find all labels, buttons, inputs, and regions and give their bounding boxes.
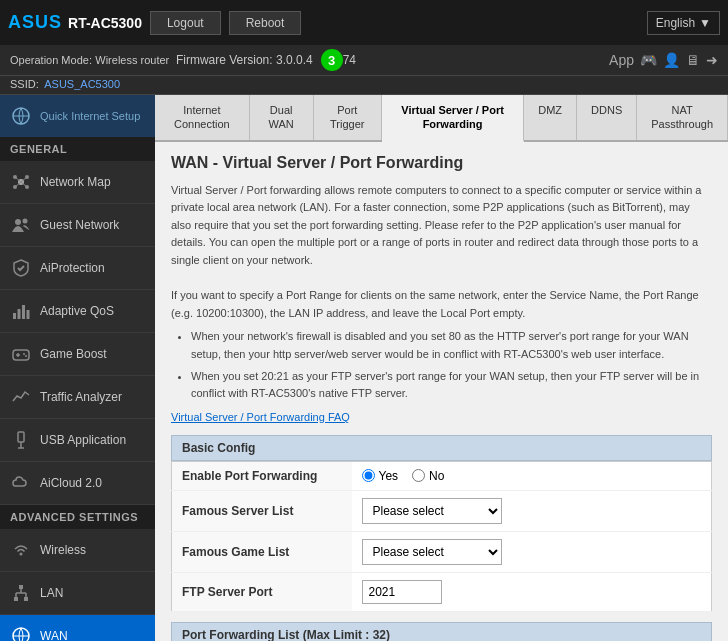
ssid-value: ASUS_AC5300	[44, 78, 120, 90]
sidebar-item-wireless[interactable]: Wireless	[0, 529, 155, 572]
svg-rect-17	[13, 350, 29, 360]
tab-dual-wan[interactable]: Dual WAN	[250, 95, 314, 140]
arrow-icon[interactable]: ➜	[706, 52, 718, 68]
network-map-icon	[10, 171, 32, 193]
logo-asus: ASUS	[8, 12, 62, 33]
page-title: WAN - Virtual Server / Port Forwarding	[171, 154, 712, 172]
sidebar-guest-network-label: Guest Network	[40, 218, 119, 232]
svg-point-25	[20, 553, 23, 556]
language-selector[interactable]: English ▼	[647, 11, 720, 35]
sidebar-wireless-label: Wireless	[40, 543, 86, 557]
game-boost-icon	[10, 343, 32, 365]
firmware-version: 3.0.0.4	[276, 53, 313, 67]
firmware-suffix: 74	[343, 53, 356, 67]
sidebar-aiprotection-label: AiProtection	[40, 261, 105, 275]
svg-point-33	[13, 628, 29, 641]
famous-server-select[interactable]: Please select	[362, 498, 502, 524]
basic-config-header: Basic Config	[171, 435, 712, 461]
svg-rect-28	[24, 597, 28, 601]
ftp-port-input[interactable]	[362, 580, 442, 604]
logo: ASUS RT-AC5300	[8, 12, 142, 33]
sidebar-quick-internet-label: Quick Internet Setup	[40, 110, 140, 122]
sidebar: Quick Internet Setup General Network Map…	[0, 95, 155, 641]
famous-server-row: Famous Server List Please select	[172, 490, 712, 531]
radio-no[interactable]	[412, 469, 425, 482]
operation-mode-value[interactable]: Wireless router	[95, 54, 169, 66]
wan-icon	[10, 625, 32, 641]
status-badge: 3	[321, 49, 343, 71]
monitor-icon[interactable]: 🖥	[686, 52, 700, 68]
radio-no-label[interactable]: No	[412, 469, 444, 483]
tab-virtual-server[interactable]: Virtual Server / Port Forwarding	[382, 95, 524, 142]
enable-port-forwarding-label: Enable Port Forwarding	[172, 461, 352, 490]
sidebar-lan-label: LAN	[40, 586, 63, 600]
logout-button[interactable]: Logout	[150, 11, 221, 35]
chevron-down-icon: ▼	[699, 16, 711, 30]
svg-point-21	[25, 355, 27, 357]
faq-link[interactable]: Virtual Server / Port Forwarding FAQ	[171, 411, 712, 423]
sidebar-adaptive-qos-label: Adaptive QoS	[40, 304, 114, 318]
tab-internet-connection[interactable]: Internet Connection	[155, 95, 250, 140]
ssid-label: SSID:	[10, 78, 39, 90]
enable-port-forwarding-radios: Yes No	[362, 469, 702, 483]
ftp-port-label: FTP Server Port	[172, 572, 352, 611]
sidebar-item-adaptive-qos[interactable]: Adaptive QoS	[0, 290, 155, 333]
adaptive-qos-icon	[10, 300, 32, 322]
gamepad-icon[interactable]: 🎮	[640, 52, 657, 68]
famous-game-select[interactable]: Please select	[362, 539, 502, 565]
sidebar-network-map-label: Network Map	[40, 175, 111, 189]
radio-yes[interactable]	[362, 469, 375, 482]
radio-yes-label[interactable]: Yes	[362, 469, 399, 483]
sidebar-general-header: General	[0, 137, 155, 161]
page-content: WAN - Virtual Server / Port Forwarding V…	[155, 142, 728, 641]
aicloud-icon	[10, 472, 32, 494]
tab-port-trigger[interactable]: Port Trigger	[314, 95, 382, 140]
sidebar-item-aiprotection[interactable]: AiProtection	[0, 247, 155, 290]
basic-config-table: Enable Port Forwarding Yes No	[171, 461, 712, 612]
famous-game-label: Famous Game List	[172, 531, 352, 572]
traffic-analyzer-icon	[10, 386, 32, 408]
reboot-button[interactable]: Reboot	[229, 11, 302, 35]
svg-rect-22	[18, 432, 24, 442]
status-bar: Operation Mode: Wireless router Firmware…	[0, 45, 728, 76]
sidebar-item-network-map[interactable]: Network Map	[0, 161, 155, 204]
svg-point-12	[23, 219, 28, 224]
svg-rect-27	[14, 597, 18, 601]
logo-model: RT-AC5300	[68, 15, 142, 31]
sidebar-item-aicloud[interactable]: AiCloud 2.0	[0, 462, 155, 505]
ssid-bar: SSID: ASUS_AC5300	[0, 76, 728, 95]
sidebar-item-quick-internet[interactable]: Quick Internet Setup	[0, 95, 155, 137]
user-icon[interactable]: 👤	[663, 52, 680, 68]
sidebar-item-game-boost[interactable]: Game Boost	[0, 333, 155, 376]
svg-rect-14	[18, 309, 21, 319]
sidebar-item-guest-network[interactable]: Guest Network	[0, 204, 155, 247]
sidebar-item-lan[interactable]: LAN	[0, 572, 155, 615]
sidebar-item-wan[interactable]: WAN	[0, 615, 155, 641]
famous-game-row: Famous Game List Please select	[172, 531, 712, 572]
usb-application-icon	[10, 429, 32, 451]
operation-mode-label: Operation Mode:	[10, 54, 92, 66]
sidebar-traffic-analyzer-label: Traffic Analyzer	[40, 390, 122, 404]
tab-nat-passthrough[interactable]: NAT Passthrough	[637, 95, 728, 140]
tabs: Internet Connection Dual WAN Port Trigge…	[155, 95, 728, 142]
famous-server-label: Famous Server List	[172, 490, 352, 531]
status-icons: App 🎮 👤 🖥 ➜	[609, 52, 718, 68]
tab-ddns[interactable]: DDNS	[577, 95, 637, 140]
sidebar-aicloud-label: AiCloud 2.0	[40, 476, 102, 490]
sidebar-wan-label: WAN	[40, 629, 68, 641]
sidebar-advanced-header: Advanced Settings	[0, 505, 155, 529]
sidebar-item-usb-application[interactable]: USB Application	[0, 419, 155, 462]
sidebar-item-traffic-analyzer[interactable]: Traffic Analyzer	[0, 376, 155, 419]
app-label: App	[609, 52, 634, 68]
guest-network-icon	[10, 214, 32, 236]
tab-dmz[interactable]: DMZ	[524, 95, 577, 140]
pf-list-header: Port Forwarding List (Max Limit : 32)	[171, 622, 712, 641]
svg-rect-13	[13, 313, 16, 319]
svg-point-11	[15, 219, 21, 225]
content-area: Internet Connection Dual WAN Port Trigge…	[155, 95, 728, 641]
page-description: Virtual Server / Port forwarding allows …	[171, 182, 712, 403]
svg-point-20	[23, 353, 25, 355]
quick-internet-icon	[10, 105, 32, 127]
lan-icon	[10, 582, 32, 604]
language-label: English	[656, 16, 695, 30]
